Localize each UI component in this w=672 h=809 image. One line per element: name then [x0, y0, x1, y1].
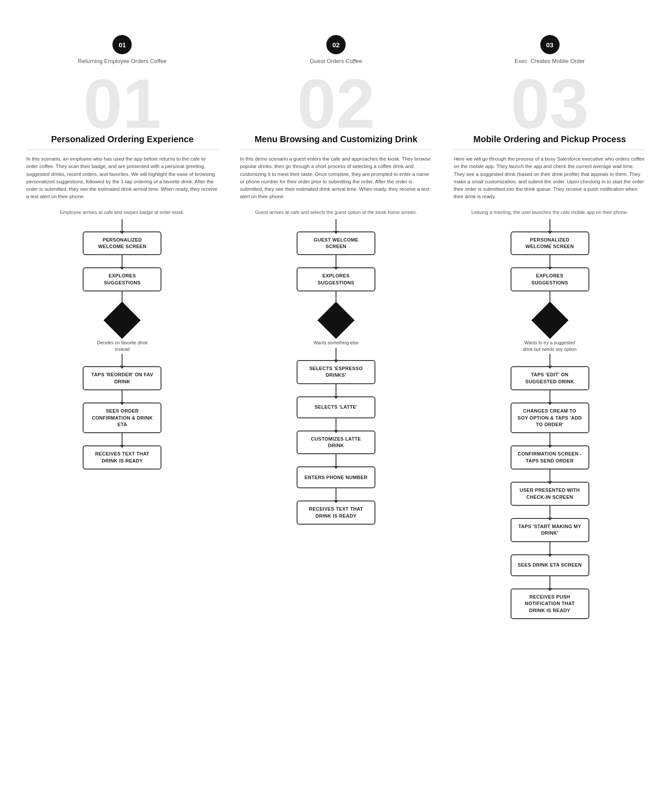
diamond-label-2: Wants something else [314, 340, 359, 346]
diamond-label-1: Decides on favorite drink instead [91, 340, 153, 352]
flow-box-explores-2: EXPLORES SUGGESTIONS [297, 267, 375, 291]
scenario-big-number-2: 02 [297, 69, 375, 139]
arrow [336, 384, 336, 396]
flow-box-customize: CUSTOMIZES LATTE DRINK [297, 431, 375, 455]
flow-box-guest-welcome: GUEST WELCOME SCREEN [297, 231, 375, 256]
arrow [550, 255, 550, 267]
scenario-title-3: Mobile Ordering and Pickup Process [473, 134, 626, 144]
arrow [550, 469, 550, 482]
diamond-3 [531, 302, 568, 339]
scenario-big-number-3: 03 [511, 69, 589, 139]
flow-box-checkin: USER PRESENTED WITH CHECK-IN SCREEN [511, 482, 589, 506]
arrow [336, 255, 336, 267]
diamond-1 [104, 302, 141, 339]
flow-box-send-order: CONFIRMATION SCREEN - TAPS SEND ORDER [511, 445, 589, 469]
flow-box-personalized-welcome: PERSONALIZED WELCOME SCREEN [83, 231, 161, 256]
start-label-3: Leaving a meeting, the user launches the… [471, 210, 628, 215]
diamond-container-3: Wants to try a suggested drink but needs… [519, 304, 581, 354]
arrow [550, 433, 550, 445]
flow-box-reorder: TAPS 'REORDER' ON FAV DRINK [83, 366, 161, 390]
arrow [336, 348, 336, 360]
scenario-header-3: 03 Exec. Creates Mobile Order [454, 35, 646, 64]
flow-box-text-ready-1: RECEIVES TEXT THAT DRINK IS READY [83, 445, 161, 469]
arrow [122, 390, 122, 403]
scenario-header-2: 02 Guest Orders Coffee [240, 35, 432, 64]
arrow [122, 255, 122, 267]
arrow [336, 488, 336, 501]
scenario-description-2: In this demo scenario a guest enters the… [240, 150, 432, 201]
arrow [550, 354, 550, 366]
flow-box-edit: TAPS 'EDIT' ON SUGGESTED DRINK [511, 366, 589, 390]
scenario-title-1: Personalized Ordering Experience [51, 134, 194, 144]
diamond-container-1: Decides on favorite drink instead [91, 304, 153, 354]
start-label-2: Guest arrives at cafe and selects the gu… [255, 210, 417, 215]
flow-box-text-ready-2: RECEIVES TEXT THAT DRINK IS READY [297, 501, 375, 525]
arrow [336, 454, 336, 466]
arrow [550, 576, 550, 588]
arrow [122, 433, 122, 445]
scenario-description-3: Here we will go through the process of a… [454, 150, 646, 201]
flow-box-confirmation-1: SEES ORDER CONFIRMATION & DRINK ETA [83, 403, 161, 433]
arrow [550, 542, 550, 554]
flow-container-3: Leaving a meeting, the user launches the… [454, 210, 646, 619]
flow-box-push-notification: RECEIVES PUSH NOTIFICATION THAT DRINK IS… [511, 588, 589, 619]
diamond-container-2: Wants something else [314, 304, 359, 348]
scenario-column-3: 03 Exec. Creates Mobile Order 03 Mobile … [454, 35, 646, 619]
scenario-subtitle-3: Exec. Creates Mobile Order [514, 58, 584, 64]
scenario-circle-3: 03 [540, 35, 560, 54]
flow-box-start-making: TAPS 'START MAKING MY DRINK' [511, 518, 589, 542]
flow-box-explores-3: EXPLORES SUGGESTIONS [511, 267, 589, 291]
arrow [550, 219, 550, 231]
scenario-subtitle-2: Guest Orders Coffee [310, 58, 362, 64]
scenario-circle-1: 01 [112, 35, 132, 54]
flow-container-1: Employee arrives at cafe and swipes badg… [26, 210, 218, 470]
arrow [550, 390, 550, 403]
flow-box-phone: ENTERS PHONE NUMBER [297, 466, 375, 488]
flow-box-latte: SELECTS 'LATTE' [297, 396, 375, 418]
arrow [550, 506, 550, 518]
flow-container-2: Guest arrives at cafe and selects the gu… [240, 210, 432, 525]
diamond-2 [318, 302, 355, 339]
arrow [336, 219, 336, 231]
scenario-column-2: 02 Guest Orders Coffee 02 Menu Browsing … [240, 35, 432, 525]
page-container: 01 Returning Employee Orders Coffee 01 P… [26, 18, 646, 619]
flow-box-eta-screen: SEES DRINK ETA SCREEN [511, 554, 589, 576]
flow-box-explores-1: EXPLORES SUGGESTIONS [83, 267, 161, 291]
start-label-1: Employee arrives at cafe and swipes badg… [60, 210, 185, 215]
scenario-subtitle-1: Returning Employee Orders Coffee [78, 58, 167, 64]
scenario-description-1: In this scenario, an employee who has us… [26, 150, 218, 201]
scenario-big-number-1: 01 [83, 69, 161, 139]
flowcharts-row: 01 Returning Employee Orders Coffee 01 P… [26, 35, 646, 619]
scenario-column-1: 01 Returning Employee Orders Coffee 01 P… [26, 35, 218, 469]
scenario-title-2: Menu Browsing and Customizing Drink [255, 134, 417, 144]
flow-box-espresso: SELECTS 'ESPRESSO DRINKS' [297, 360, 375, 384]
scenario-header-1: 01 Returning Employee Orders Coffee [26, 35, 218, 64]
flow-box-soy: CHANGES CREAM TO SOY OPTION & TAPS 'ADD … [511, 403, 589, 433]
arrow [122, 219, 122, 231]
arrow [122, 354, 122, 366]
flow-box-pers-welcome-3: PERSONALIZED WELCOME SCREEN [511, 231, 589, 256]
arrow [336, 418, 336, 431]
scenario-circle-2: 02 [326, 35, 346, 54]
diamond-label-3: Wants to try a suggested drink but needs… [519, 340, 581, 352]
